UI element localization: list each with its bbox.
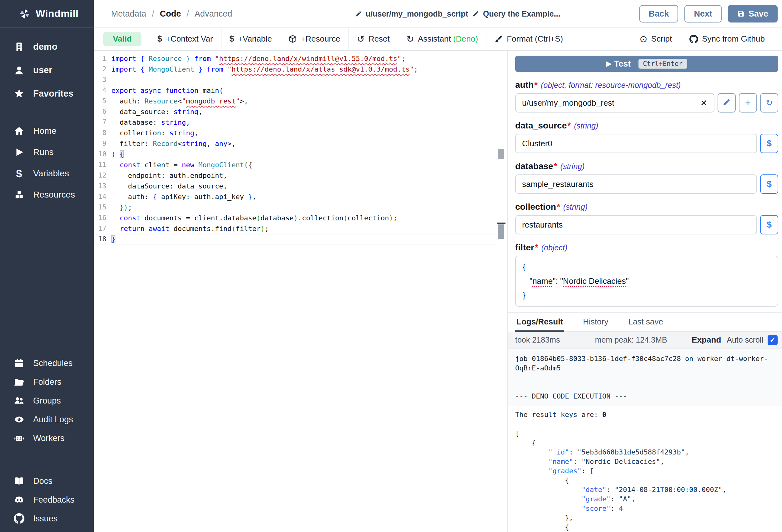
discord-icon	[13, 494, 25, 505]
sidebar-item-groups[interactable]: Groups	[0, 391, 94, 410]
play-icon	[13, 147, 25, 157]
mem-peak: mem peak: 124.3MB	[595, 335, 691, 344]
code-line: 11 const client = new MongoClient({	[94, 159, 497, 170]
log-line	[515, 373, 775, 382]
dollar-icon: $	[13, 168, 25, 179]
sidebar-item-docs[interactable]: Docs	[0, 472, 94, 490]
sidebar-item-demo[interactable]: demo	[0, 35, 94, 59]
add-context-var-button[interactable]: $ +Context Var	[149, 28, 221, 51]
sidebar-item-schedules[interactable]: Schedules	[0, 354, 94, 373]
reset-button[interactable]: ↺ Reset	[349, 28, 398, 51]
add-resource-button[interactable]: +	[739, 93, 757, 113]
sidebar-item-issues[interactable]: Issues	[0, 509, 94, 528]
code-line: 13 dataSource: data_source,	[94, 181, 497, 191]
editor-resize-handle[interactable]	[497, 223, 505, 224]
editor-minimap-slider[interactable]	[498, 224, 504, 239]
edit-resource-button[interactable]	[718, 93, 736, 113]
code-line-text: return await documents.find(filter);	[111, 225, 269, 233]
expand-button[interactable]: Expand	[691, 335, 721, 345]
script-path-edit[interactable]: u/user/my_mongodb_script	[355, 0, 468, 28]
param-name: database	[515, 161, 553, 171]
param-database: database*(string)sample_restaurants$	[515, 161, 778, 194]
sidebar-item-label: Workers	[33, 433, 64, 443]
back-button[interactable]: Back	[639, 5, 678, 23]
tab-metadata[interactable]: Metadata	[111, 9, 146, 19]
sidebar-item-home[interactable]: Home	[0, 120, 94, 142]
database-input[interactable]: sample_restaurants	[515, 175, 757, 194]
auth-input[interactable]: u/user/my_mongodb_rest	[515, 93, 714, 113]
sidebar-item-audit-logs[interactable]: Audit Logs	[0, 410, 94, 429]
sidebar-item-label: demo	[33, 42, 57, 52]
data_source-insert-variable-button[interactable]: $	[760, 134, 778, 153]
line-number: 3	[94, 76, 111, 83]
line-number: 11	[94, 161, 111, 168]
windmill-logo[interactable]: Windmill	[0, 0, 94, 28]
topbar: Metadata / Code / Advanced u/user/my_mon…	[94, 0, 782, 28]
add-variable-button[interactable]: $ +Variable	[221, 28, 281, 51]
groups-icon	[13, 395, 25, 406]
data_source-input[interactable]: Cluster0	[515, 134, 757, 153]
dollar-icon: $	[767, 220, 772, 230]
assistant-lang-label: (Deno)	[453, 34, 478, 43]
test-button[interactable]: ▶ Test Ctrl+Enter	[515, 55, 778, 72]
line-number: 8	[94, 129, 111, 137]
collection-insert-variable-button[interactable]: $	[760, 215, 778, 234]
param-type-note: (object, format: resource-mongodb_rest)	[541, 81, 681, 90]
result-line: },	[515, 513, 775, 523]
pencil-icon	[355, 10, 362, 17]
line-number: 2	[94, 65, 111, 73]
sidebar-item-variables[interactable]: $Variables	[0, 163, 94, 184]
format-button[interactable]: Format (Ctrl+S)	[487, 28, 571, 51]
sidebar-item-favorites[interactable]: Favorites	[0, 82, 94, 105]
save-button[interactable]: Save	[728, 5, 778, 23]
assistant-button[interactable]: ↻ Assistant (Deno)	[398, 28, 487, 51]
clear-icon[interactable]	[700, 99, 708, 107]
add-resource-button[interactable]: +Resource	[280, 28, 349, 51]
windmill-app: Windmill demouserFavoritesHomeRuns$Varia…	[0, 0, 782, 532]
tab-last-save[interactable]: Last save	[627, 312, 664, 331]
sidebar-item-label: Variables	[33, 168, 69, 179]
windmill-logo-icon	[19, 8, 31, 19]
editor-scrollbar-thumb[interactable]	[498, 149, 504, 159]
tab-advanced[interactable]: Advanced	[194, 9, 232, 19]
filter-json-editor[interactable]: { "name": "Nordic Delicacies"}	[515, 256, 778, 307]
auto-scroll-checkbox[interactable]: ✓	[768, 335, 778, 345]
sidebar-item-runs[interactable]: Runs	[0, 142, 94, 163]
code-editor[interactable]: 1import { Resource } from "https://deno.…	[94, 51, 497, 532]
code-line: 4export async function main(	[94, 85, 497, 96]
sidebar-item-resources[interactable]: Resources	[0, 184, 94, 205]
line-number: 10	[94, 150, 111, 158]
log-line	[515, 382, 775, 392]
result-line: "score": 4	[515, 504, 775, 513]
code-line: 10) {	[94, 149, 497, 159]
code-line-text: const documents = client.database(databa…	[111, 214, 397, 222]
run-stats-bar: took 2183ms mem peak: 124.3MB Expand Aut…	[508, 332, 782, 348]
line-number: 15	[94, 203, 111, 211]
line-number: 1	[94, 55, 111, 62]
script-kind-button[interactable]: ⊙ Script	[640, 34, 672, 44]
refresh-resource-button[interactable]: ↻	[760, 93, 778, 113]
code-line: 15 });	[94, 202, 497, 213]
sidebar-item-label: Feedbacks	[33, 495, 74, 505]
tab-code[interactable]: Code	[160, 9, 181, 19]
script-title-edit[interactable]: Query the Example...	[472, 0, 560, 28]
next-button[interactable]: Next	[684, 5, 722, 23]
sidebar-item-folders[interactable]: Folders	[0, 373, 94, 391]
sidebar-item-workers[interactable]: Workers	[0, 429, 94, 448]
sidebar-item-user[interactable]: user	[0, 59, 94, 82]
sidebar-item-label: Issues	[33, 514, 58, 524]
database-insert-variable-button[interactable]: $	[760, 175, 778, 194]
line-number: 18	[94, 235, 111, 243]
code-line-text: filter: Record<string, any>,	[111, 140, 236, 148]
code-line: 12 endpoint: auth.endpoint,	[94, 170, 497, 181]
result-tabs: Logs/ResultHistoryLast save	[515, 312, 782, 332]
sync-from-github-button[interactable]: Sync from Github	[689, 34, 765, 44]
sidebar-item-label: Home	[33, 126, 57, 136]
collection-input[interactable]: restaurants	[515, 215, 757, 234]
code-line-text: ) {	[111, 150, 124, 158]
sidebar-item-feedbacks[interactable]: Feedbacks	[0, 490, 94, 509]
tab-history[interactable]: History	[582, 312, 610, 331]
line-number: 5	[94, 97, 111, 105]
book-icon	[13, 476, 25, 486]
tab-logs-result[interactable]: Logs/Result	[515, 312, 564, 332]
